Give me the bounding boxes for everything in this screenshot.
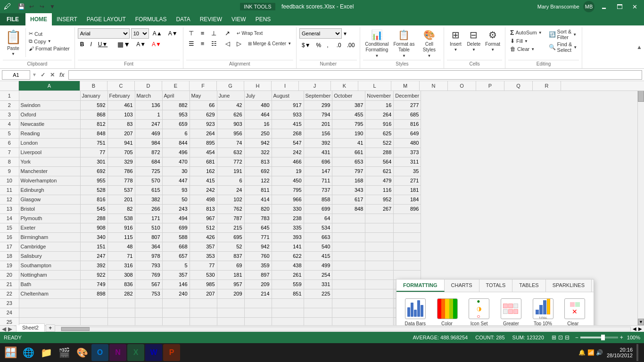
cell-L24[interactable] [365, 308, 394, 317]
align-middle-button[interactable]: ≡ [198, 28, 208, 38]
cell-H2[interactable]: 480 [244, 100, 272, 110]
cell-a25[interactable] [19, 317, 80, 325]
fill-button[interactable]: ⬇ Fill ▼ [508, 37, 544, 45]
cell-L17[interactable] [365, 242, 394, 251]
cell-I16[interactable]: 393 [272, 232, 304, 242]
col-header-n[interactable]: N [420, 81, 448, 90]
cell-G2[interactable]: 42 [217, 100, 244, 110]
cell-C23[interactable] [107, 298, 135, 308]
cell-C17[interactable]: 48 [107, 242, 135, 251]
copy-button[interactable]: ⧉ Copy ▼ [27, 38, 72, 45]
col-header-j[interactable]: J [299, 81, 331, 90]
cell-I22[interactable]: 851 [272, 289, 304, 298]
col-header-e[interactable]: E [162, 81, 190, 90]
cell-I9[interactable]: 19 [272, 166, 304, 176]
cell-J19[interactable]: 499 [304, 261, 332, 270]
format-as-table-button[interactable]: 📋 Format asTable ▼ [391, 28, 416, 59]
qa-top10-option[interactable]: 10% Top 10% [528, 296, 558, 325]
check-mark-button[interactable]: ✓ [39, 72, 47, 78]
cell-C22[interactable]: 282 [107, 289, 135, 298]
show-desktop-button[interactable] [636, 344, 638, 361]
cell-J10[interactable]: 711 [304, 176, 332, 185]
col-header-q[interactable]: Q [504, 81, 533, 90]
scroll-left-button[interactable]: ◀ [633, 326, 636, 331]
cell-J22[interactable]: 225 [304, 289, 332, 298]
zoom-slider[interactable] [580, 337, 618, 338]
cell-J8[interactable]: 696 [304, 157, 332, 166]
cell-F18[interactable]: 353 [190, 251, 217, 261]
text-angle-button[interactable]: ↗ [223, 28, 233, 38]
page-layout-view-button[interactable]: ⊡ [558, 334, 563, 341]
cell-H6[interactable]: 942 [244, 138, 272, 148]
cell-B24[interactable] [80, 308, 107, 317]
file-menu-button[interactable]: FILE [0, 13, 25, 25]
cell-L25[interactable] [365, 317, 394, 325]
cell-a11[interactable]: Edinburgh [19, 185, 80, 195]
cell-B8[interactable]: 301 [80, 157, 107, 166]
cell-B19[interactable]: 392 [80, 261, 107, 270]
cell-D3[interactable]: 1 [135, 110, 162, 119]
cell-I25[interactable] [272, 317, 304, 325]
cell-reference-input[interactable] [2, 70, 30, 80]
cell-a3[interactable]: Oxford [19, 110, 80, 119]
cell-E9[interactable]: 30 [162, 166, 190, 176]
cell-C2[interactable]: 461 [107, 100, 135, 110]
cell-H20[interactable]: 897 [244, 270, 272, 280]
cell-F23[interactable] [190, 298, 217, 308]
cell-H10[interactable]: 122 [244, 176, 272, 185]
format-button[interactable]: ⚙ Format ▼ [483, 28, 502, 53]
cell-M20[interactable] [394, 270, 421, 280]
qa-greater-than-option[interactable]: GreaterThan [496, 296, 526, 325]
outlook-icon[interactable]: O [91, 344, 108, 361]
cell-a8[interactable]: York [19, 157, 80, 166]
cell-K18[interactable] [332, 251, 365, 261]
cell-K2[interactable]: 387 [332, 100, 365, 110]
cell-G12[interactable]: 102 [217, 195, 244, 204]
cell-a5[interactable]: Reading [19, 129, 80, 138]
nav-next-sheet[interactable]: ▶ [8, 326, 12, 332]
review-menu-item[interactable]: REVIEW [195, 13, 227, 25]
cell-H1[interactable]: July [244, 91, 272, 100]
cell-F6[interactable]: 895 [190, 138, 217, 148]
scroll-track[interactable] [638, 88, 644, 319]
cell-E1[interactable]: April [162, 91, 190, 100]
cell-J4[interactable]: 201 [304, 119, 332, 129]
cell-F12[interactable]: 498 [190, 195, 217, 204]
find-select-button[interactable]: 🔍 Find &Select ▼ [547, 41, 579, 53]
redo-button[interactable]: ↪ [38, 2, 46, 11]
zoom-out-button[interactable]: − [575, 334, 578, 341]
cell-D1[interactable]: March [135, 91, 162, 100]
cell-E10[interactable]: 447 [162, 176, 190, 185]
cell-a14[interactable]: Plymouth [19, 214, 80, 223]
cell-H13[interactable]: 820 [244, 204, 272, 214]
cell-E7[interactable]: 496 [162, 148, 190, 157]
cell-L15[interactable] [365, 223, 394, 232]
cell-C3[interactable]: 103 [107, 110, 135, 119]
cell-G5[interactable]: 956 [217, 129, 244, 138]
qa-color-scale-option[interactable]: ColorScale [432, 296, 462, 325]
cell-E16[interactable]: 588 [162, 232, 190, 242]
cell-I3[interactable]: 933 [272, 110, 304, 119]
qa-tab-formatting[interactable]: FORMATTING [396, 280, 445, 292]
cell-D22[interactable]: 753 [135, 289, 162, 298]
cell-B6[interactable]: 751 [80, 138, 107, 148]
cell-J9[interactable]: 147 [304, 166, 332, 176]
insert-button[interactable]: ⊞ Insert ▼ [447, 28, 464, 53]
row-header-18[interactable]: 18 [0, 251, 19, 261]
cell-G6[interactable]: 74 [217, 138, 244, 148]
cell-J11[interactable]: 737 [304, 185, 332, 195]
cell-H3[interactable]: 464 [244, 110, 272, 119]
start-button[interactable]: 🪟 [2, 344, 19, 361]
cell-I13[interactable]: 330 [272, 204, 304, 214]
cell-I20[interactable]: 261 [272, 270, 304, 280]
cell-a4[interactable]: Newcastle [19, 119, 80, 129]
row-header-14[interactable]: 14 [0, 214, 19, 223]
cell-a7[interactable]: Liverpool [19, 148, 80, 157]
col-header-d[interactable]: D [135, 81, 162, 90]
add-sheet-button[interactable]: + [46, 324, 55, 332]
cell-J16[interactable]: 663 [304, 232, 332, 242]
decrease-font-button[interactable]: A▼ [166, 29, 180, 38]
qa-icon-set-option[interactable]: ● ◑ ○ Icon Set [464, 296, 494, 325]
row-header-13[interactable]: 13 [0, 204, 19, 214]
cell-L3[interactable]: 264 [365, 110, 394, 119]
